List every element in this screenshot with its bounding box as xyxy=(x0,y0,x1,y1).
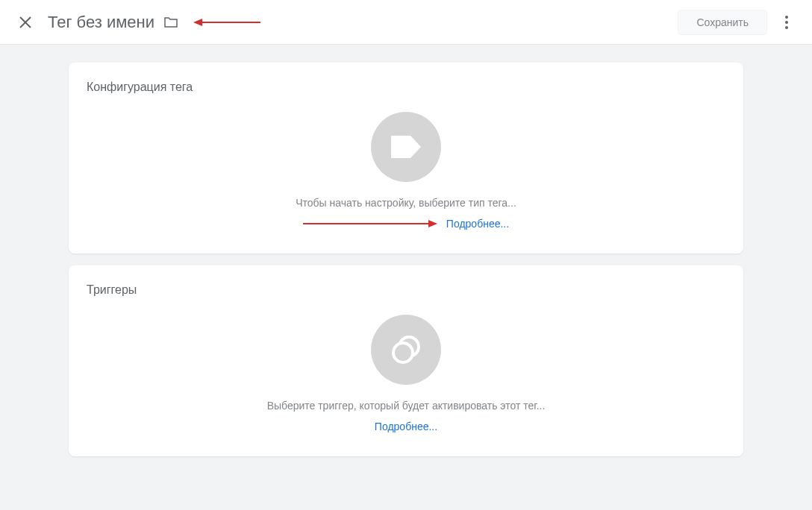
config-card-body: Чтобы начать настройку, выберите тип тег… xyxy=(87,106,725,236)
triggers-card-title: Триггеры xyxy=(87,283,725,297)
annotation-arrow-top xyxy=(193,17,260,28)
triggers-card[interactable]: Триггеры Выберите триггер, который будет… xyxy=(69,265,743,456)
config-card-title: Конфигурация тега xyxy=(87,81,725,94)
more-vertical-icon xyxy=(785,16,788,29)
svg-marker-3 xyxy=(193,19,202,26)
header: Тег без имени Сохранить xyxy=(0,0,812,45)
header-actions: Сохранить xyxy=(678,9,800,36)
annotation-arrow-details xyxy=(303,219,437,228)
config-link-row: Подробнее... xyxy=(303,218,509,230)
close-icon xyxy=(19,16,32,29)
config-details-link[interactable]: Подробнее... xyxy=(446,218,509,230)
svg-point-6 xyxy=(785,26,788,29)
trigger-icon-circle xyxy=(371,315,441,385)
title-area: Тег без имени xyxy=(48,13,678,32)
svg-marker-8 xyxy=(428,220,437,227)
content: Конфигурация тега Чтобы начать настройку… xyxy=(0,45,812,474)
trigger-icon xyxy=(390,334,422,365)
more-menu-button[interactable] xyxy=(773,9,800,36)
svg-point-10 xyxy=(393,343,413,362)
triggers-details-link[interactable]: Подробнее... xyxy=(375,421,437,432)
triggers-card-body: Выберите триггер, который будет активиро… xyxy=(87,309,725,438)
svg-point-5 xyxy=(785,21,788,24)
tag-icon-circle xyxy=(371,112,441,182)
svg-point-4 xyxy=(785,16,788,19)
page-title[interactable]: Тег без имени xyxy=(48,13,154,32)
folder-icon[interactable] xyxy=(163,16,178,28)
tag-icon xyxy=(390,134,422,160)
config-hint-text: Чтобы начать настройку, выберите тип тег… xyxy=(296,197,516,209)
tag-config-card[interactable]: Конфигурация тега Чтобы начать настройку… xyxy=(69,63,743,254)
triggers-hint-text: Выберите триггер, который будет активиро… xyxy=(267,400,546,412)
close-button[interactable] xyxy=(12,9,39,36)
save-button[interactable]: Сохранить xyxy=(678,10,767,35)
